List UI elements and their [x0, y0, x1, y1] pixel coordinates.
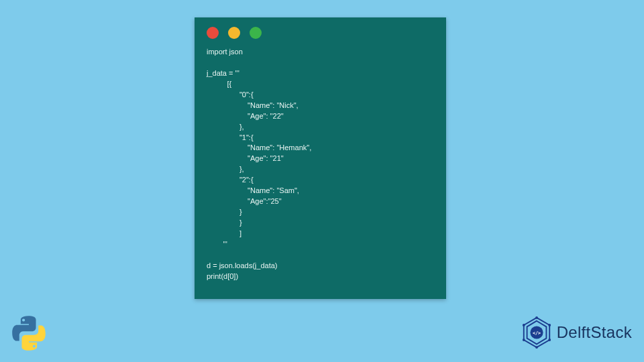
brand-name: DelftStack: [557, 323, 632, 342]
svg-text:</>: </>: [533, 330, 541, 336]
python-logo-icon: [9, 314, 48, 353]
svg-point-9: [523, 324, 525, 326]
svg-point-7: [535, 346, 538, 349]
window-traffic-lights: [195, 17, 446, 44]
svg-point-4: [535, 316, 538, 319]
close-dot-icon: [207, 27, 219, 39]
svg-point-5: [548, 324, 551, 326]
svg-point-8: [523, 339, 525, 341]
maximize-dot-icon: [250, 27, 262, 39]
delftstack-emblem-icon: </>: [521, 316, 553, 349]
code-block: import json j_data = ''' [{ "0":{ "Name"…: [195, 44, 446, 294]
minimize-dot-icon: [228, 27, 240, 39]
svg-point-6: [548, 339, 551, 341]
delftstack-brand: </> DelftStack: [521, 316, 632, 349]
code-window: import json j_data = ''' [{ "0":{ "Name"…: [195, 17, 446, 299]
